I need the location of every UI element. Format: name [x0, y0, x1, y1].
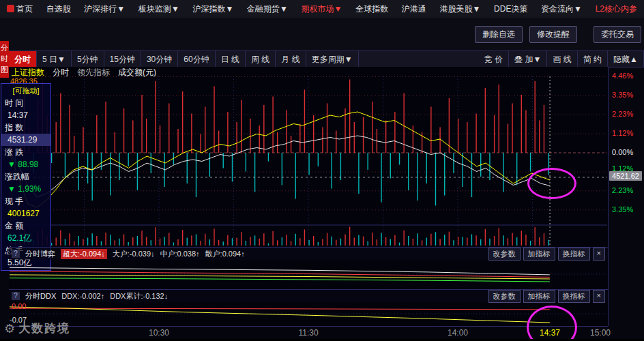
question-icon[interactable]: ?	[12, 292, 20, 300]
subchart1-plot[interactable]	[10, 259, 607, 289]
info-value-change: ▼ 88.98	[1, 158, 50, 170]
main-intraday-chart[interactable]	[10, 76, 607, 247]
toolbar: 删除自选 修改提醒 委托交易	[0, 18, 644, 50]
tab-brief[interactable]: 简 约	[578, 51, 608, 67]
retail-order-value: 散户:0.094↑	[205, 249, 245, 259]
tab-60min[interactable]: 60分钟	[178, 51, 215, 67]
change-params-button[interactable]: 改参数	[488, 290, 521, 303]
tab-30min[interactable]: 30分钟	[141, 51, 178, 67]
indicator-name[interactable]: 领先指标	[77, 67, 110, 76]
info-label-change-pct: 涨跌幅	[1, 170, 50, 183]
axis-label-pos: 2.23%	[612, 110, 642, 118]
watermark-logo-icon: ⚙	[4, 321, 15, 336]
menu-item-hs-index[interactable]: 沪深指数▼	[192, 3, 233, 15]
subchart2-axis-top: 0.00	[12, 302, 26, 310]
trading-app-window: 首页 自选股 沪深排行▼ 板块监测▼ 沪深指数▼ 金融期货▼ 期权市场▼ 全球指…	[0, 0, 644, 341]
time-label-1030: 10:30	[149, 328, 169, 338]
tabs-spacer	[359, 51, 479, 67]
menu-item-l2-insider[interactable]: L2核心内参	[596, 3, 637, 15]
medium-order-value: 中户:0.038↑	[160, 249, 200, 259]
main-menubar: 首页 自选股 沪深排行▼ 板块监测▼ 沪深指数▼ 金融期货▼ 期权市场▼ 全球指…	[0, 0, 644, 18]
menu-item-hk-us-stocks[interactable]: 港股美股▼	[440, 3, 481, 15]
trade-button[interactable]: 委托交易	[594, 26, 641, 43]
current-price-tag: 4521.62	[609, 171, 642, 181]
delete-watchlist-button[interactable]: 删除自选	[475, 26, 523, 43]
super-large-order-value: 超大:-0.094↓	[61, 249, 107, 259]
menu-item-sector-monitor[interactable]: 板块监测▼	[138, 3, 179, 15]
subchart2-plot[interactable]	[10, 301, 607, 326]
tab-5day[interactable]: 5 日▼	[37, 51, 72, 67]
axis-label-zero: 0.00%	[612, 148, 642, 156]
toolbar-button-group: 删除自选 修改提醒 委托交易	[475, 26, 641, 43]
menu-item-watchlist[interactable]: 自选股	[46, 3, 71, 15]
info-label-amount: 金 额	[1, 220, 50, 232]
menu-item-hs-ranking[interactable]: 沪深排行▼	[84, 3, 125, 15]
index-name: 上证指数	[12, 67, 44, 76]
menu-item-dde[interactable]: DDE决策	[494, 3, 527, 15]
time-label-1500: 15:00	[590, 328, 611, 338]
info-label-current-vol: 现 手	[1, 195, 50, 207]
chart-header: 上证指数 分时 领先指标 成交额(元)	[12, 67, 156, 76]
subchart2-header: ? 分时DDX DDX:-0.002↑ DDX累计:-0.132↓ 改参数 加指…	[9, 289, 608, 302]
axis-label-neg: 3.35%	[612, 205, 642, 213]
tab-intraday[interactable]: 分时	[9, 51, 37, 67]
tab-overlay[interactable]: 叠 加▼	[509, 51, 547, 67]
menu-item-label: 首页	[16, 4, 33, 14]
tab-draw-line[interactable]: 画 线	[547, 51, 577, 67]
time-label-current: 14:37	[540, 328, 560, 338]
time-label-1130: 11:30	[298, 328, 318, 338]
axis-label-pos: 1.12%	[612, 129, 642, 137]
info-value-amount: 62.1亿	[1, 232, 50, 244]
subchart1-title[interactable]: 分时博弈	[25, 249, 55, 259]
subchart2-buttons: 改参数 加指标 换指标 ×	[488, 290, 605, 303]
info-value-index: 4531.29	[1, 134, 50, 146]
close-icon[interactable]: ×	[593, 290, 605, 303]
info-value-change-pct: ▼ 1.93%	[1, 183, 50, 195]
tab-more-periods[interactable]: 更多周期▼	[306, 51, 359, 67]
large-order-value: 大户:-0.039↓	[113, 249, 155, 259]
axis-label-neg: 2.23%	[612, 186, 642, 194]
subchart1-header: ? 分时博弈 超大:-0.094↓ 大户:-0.039↓ 中户:0.038↑ 散…	[9, 247, 608, 260]
subchart1-buttons: 改参数 加指标 换指标 ×	[488, 248, 605, 261]
axis-label-pos: 3.35%	[612, 91, 642, 99]
modify-alert-button[interactable]: 修改提醒	[529, 26, 577, 43]
axis-label-pos: 4.46%	[612, 72, 642, 80]
ddx-cumulative-value: DDX累计:-0.132↓	[110, 291, 168, 301]
menu-item-hk-connect[interactable]: 沪港通	[402, 3, 426, 15]
tab-hide[interactable]: 隐藏▲	[608, 51, 644, 67]
home-icon	[7, 5, 14, 12]
tab-5min[interactable]: 5分钟	[72, 51, 104, 67]
tab-daily[interactable]: 日 线	[216, 51, 246, 67]
info-value-time: 14:37	[1, 109, 50, 121]
period-tabs: 分时 5 日▼ 5分钟 15分钟 30分钟 60分钟 日 线 周 线 月 线 更…	[9, 50, 644, 68]
menu-item-global-index[interactable]: 全球指数	[355, 3, 388, 15]
info-value-current-vol: 4001627	[1, 207, 50, 220]
volume-label: 成交额(元)	[118, 67, 156, 76]
watermark: ⚙ 大数跨境	[4, 321, 70, 336]
watermark-text: 大数跨境	[18, 321, 70, 336]
menu-item-options-market[interactable]: 期权市场▼	[302, 3, 342, 15]
subchart2-title[interactable]: 分时DDX	[25, 291, 56, 301]
info-label-time: 时 间	[1, 97, 50, 109]
tab-15min[interactable]: 15分钟	[104, 51, 141, 67]
add-indicator-button[interactable]: 加指标	[523, 290, 555, 303]
switch-indicator-button[interactable]: 换指标	[558, 290, 590, 303]
switch-indicator-button[interactable]: 换指标	[558, 248, 590, 261]
menu-item-financial-futures[interactable]: 金融期货▼	[247, 3, 288, 15]
change-params-button[interactable]: 改参数	[488, 248, 521, 261]
chart-mode-label: 分时	[53, 67, 69, 76]
drag-hint: [可拖动]	[1, 85, 50, 97]
sidebar-tab-intraday[interactable]: 分时图	[0, 41, 9, 78]
info-label-change: 涨 跌	[1, 146, 50, 158]
menu-item-home[interactable]: 首页	[7, 3, 33, 15]
close-icon[interactable]: ×	[593, 248, 605, 261]
ddx-value: DDX:-0.002↑	[61, 292, 104, 300]
quote-info-panel[interactable]: [可拖动] 时 间 14:37 指 数 4531.29 涨 跌 ▼ 88.98 …	[1, 83, 51, 271]
menu-item-fund-flow[interactable]: 资金流向▼	[541, 3, 582, 15]
info-label-index: 指 数	[1, 121, 50, 134]
question-icon[interactable]: ?	[12, 250, 20, 258]
add-indicator-button[interactable]: 加指标	[523, 248, 555, 261]
tab-monthly[interactable]: 月 线	[276, 51, 306, 67]
tab-auction[interactable]: 竞 价	[479, 51, 509, 67]
tab-weekly[interactable]: 周 线	[246, 51, 276, 67]
